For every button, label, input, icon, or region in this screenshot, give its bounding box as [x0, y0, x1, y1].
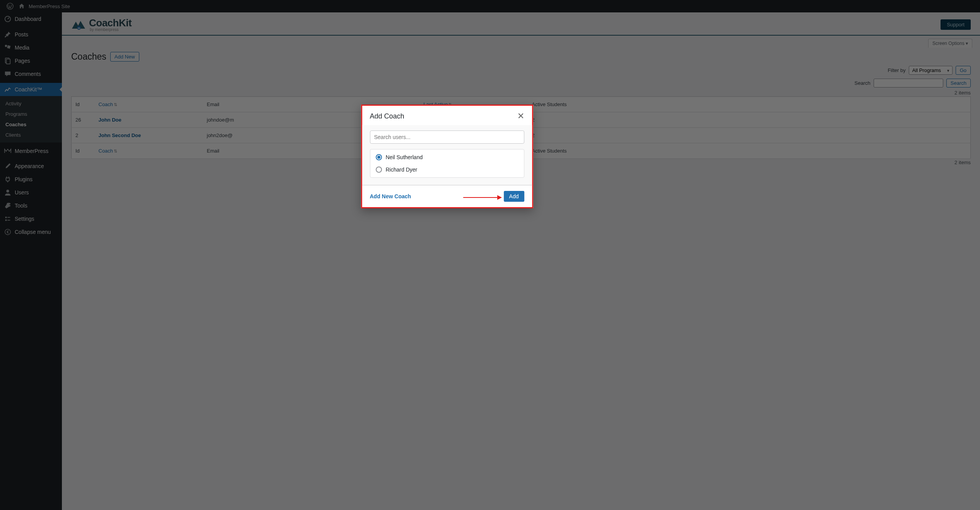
add-new-coach-link[interactable]: Add New Coach — [370, 193, 411, 199]
user-name: Neil Sutherland — [386, 154, 423, 160]
modal-title: Add Coach — [370, 112, 404, 120]
user-option[interactable]: Richard Dyer — [370, 163, 524, 176]
modal-backdrop[interactable] — [0, 0, 980, 510]
modal-header: Add Coach ✕ — [362, 106, 532, 125]
modal-body: Neil Sutherland Richard Dyer — [362, 125, 532, 185]
user-list: Neil Sutherland Richard Dyer — [370, 149, 524, 178]
radio-icon — [376, 167, 382, 173]
user-name: Richard Dyer — [386, 167, 417, 173]
user-option[interactable]: Neil Sutherland — [370, 151, 524, 163]
search-users-input[interactable] — [370, 131, 524, 144]
radio-icon — [376, 154, 382, 160]
add-coach-modal: Add Coach ✕ Neil Sutherland Richard Dyer… — [361, 105, 533, 208]
add-button[interactable]: Add — [504, 191, 524, 202]
close-icon[interactable]: ✕ — [517, 112, 524, 120]
modal-footer: Add New Coach Add — [362, 185, 532, 207]
